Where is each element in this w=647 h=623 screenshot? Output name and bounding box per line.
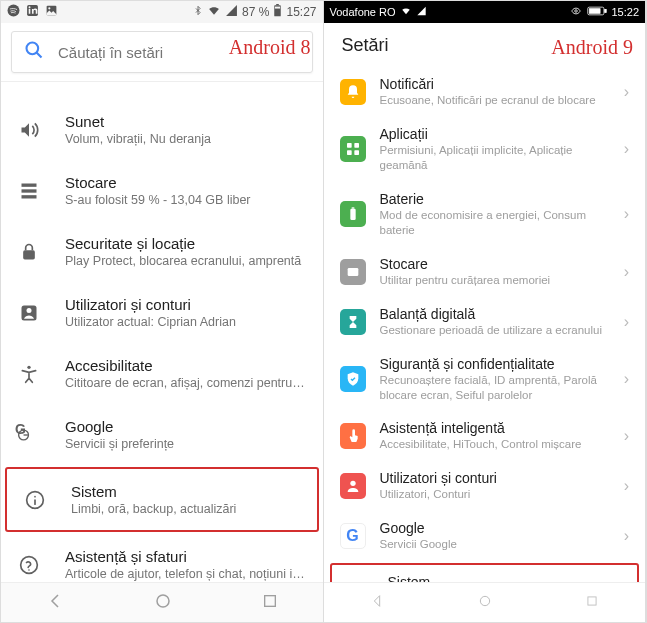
item-sub: Servicii și preferințe xyxy=(65,437,307,451)
item-sub: Cititoare de ecran, afișaj, comenzi pent… xyxy=(65,376,307,390)
nav-home[interactable] xyxy=(154,592,172,614)
status-bar: 87 % 15:27 xyxy=(1,1,323,23)
info-icon xyxy=(23,490,47,510)
settings-item-security[interactable]: Siguranță și confidențialitateRecunoaște… xyxy=(324,347,646,412)
nav-bar xyxy=(324,582,646,622)
settings-item-google[interactable]: G GoogleServicii și preferințe xyxy=(1,404,323,465)
svg-point-34 xyxy=(350,481,355,486)
nav-home[interactable] xyxy=(477,593,493,613)
item-sub: Accesibilitate, HiTouch, Control mișcare xyxy=(380,437,610,452)
apps-icon xyxy=(340,136,366,162)
accessibility-icon xyxy=(17,364,41,384)
svg-point-37 xyxy=(481,596,490,605)
svg-point-33 xyxy=(349,271,350,272)
svg-rect-2 xyxy=(29,9,31,14)
lock-icon xyxy=(17,242,41,262)
phone-android8: Android 8 87 % 15:27 xyxy=(1,1,324,622)
linkedin-icon xyxy=(26,4,39,20)
item-sub: Utilizator actual: Ciprian Adrian xyxy=(65,315,307,329)
svg-point-20 xyxy=(157,595,169,607)
item-sub: Mod de economisire a energiei, Consum ba… xyxy=(380,208,610,238)
settings-item-sound[interactable]: SunetVolum, vibrații, Nu deranja xyxy=(1,99,323,160)
svg-rect-30 xyxy=(350,209,355,220)
highlight-box: SistemLimbi, oră, backup, actualizări xyxy=(5,467,319,532)
svg-rect-27 xyxy=(354,143,359,148)
settings-item-system[interactable]: SistemNavigare sistem, Actualizare softw… xyxy=(332,565,638,582)
nav-back[interactable] xyxy=(46,592,64,614)
item-title: Utilizatori și conturi xyxy=(380,470,610,486)
help-icon xyxy=(17,555,41,575)
chevron-right-icon: › xyxy=(624,263,629,281)
settings-item-security[interactable]: Securitate și locațiePlay Protect, bloca… xyxy=(1,221,323,282)
settings-item-users[interactable]: Utilizatori și conturiUtilizatori, Contu… xyxy=(324,461,646,511)
chevron-right-icon: › xyxy=(624,83,629,101)
svg-point-9 xyxy=(27,43,39,55)
eye-comfort-icon xyxy=(569,6,583,18)
svg-rect-21 xyxy=(264,595,275,606)
svg-point-22 xyxy=(575,10,578,13)
chevron-right-icon: › xyxy=(624,205,629,223)
item-title: Balanță digitală xyxy=(380,306,610,322)
item-sub: Permisiuni, Aplicații implicite, Aplicaț… xyxy=(380,143,610,173)
item-title: Securitate și locație xyxy=(65,235,307,252)
settings-item-help[interactable]: Asistență și sfaturiArticole de ajutor, … xyxy=(1,534,323,582)
google-icon: G xyxy=(340,523,366,549)
item-sub: Play Protect, blocarea ecranului, ampren… xyxy=(65,254,307,268)
item-title: Accesibilitate xyxy=(65,357,307,374)
settings-item-battery[interactable]: BaterieMod de economisire a energiei, Co… xyxy=(324,182,646,247)
item-sub: Utilizatori, Conturi xyxy=(380,487,610,502)
separator xyxy=(1,81,323,99)
item-sub: Volum, vibrații, Nu deranja xyxy=(65,132,307,146)
nav-recent[interactable] xyxy=(262,593,278,613)
settings-item-storage[interactable]: StocareUtilitar pentru curățarea memorie… xyxy=(324,247,646,297)
spotify-icon xyxy=(7,4,20,20)
item-title: Siguranță și confidențialitate xyxy=(380,356,610,372)
chevron-right-icon: › xyxy=(624,313,629,331)
chevron-right-icon: › xyxy=(624,370,629,388)
svg-point-15 xyxy=(27,308,32,313)
battery-icon xyxy=(587,6,607,18)
settings-item-system[interactable]: SistemLimbi, oră, backup, actualizări xyxy=(7,469,317,530)
item-sub: Articole de ajutor, telefon și chat, noț… xyxy=(65,567,307,581)
nav-back[interactable] xyxy=(369,593,385,613)
settings-item-users[interactable]: Utilizatori și conturiUtilizator actual:… xyxy=(1,282,323,343)
clock-time: 15:22 xyxy=(611,6,639,18)
picture-icon xyxy=(45,4,58,20)
settings-item-google[interactable]: G GoogleServicii Google › xyxy=(324,511,646,561)
item-title: Sunet xyxy=(65,113,307,130)
settings-item-accessibility[interactable]: AccesibilitateCititoare de ecran, afișaj… xyxy=(1,343,323,404)
user-icon xyxy=(340,473,366,499)
svg-rect-38 xyxy=(588,596,596,604)
user-icon xyxy=(17,303,41,323)
svg-rect-8 xyxy=(275,7,280,9)
item-title: Sistem xyxy=(388,574,602,582)
settings-item-notifications[interactable]: NotificăriEcusoane, Notificări pe ecranu… xyxy=(324,67,646,117)
status-bar: Vodafone RO 15:22 xyxy=(324,1,646,23)
battery-icon xyxy=(273,4,282,20)
item-sub: Recunoaștere facială, ID amprentă, Parol… xyxy=(380,373,610,403)
sound-icon xyxy=(17,120,41,140)
svg-rect-12 xyxy=(22,195,37,198)
nav-recent[interactable] xyxy=(585,594,599,612)
shield-icon xyxy=(340,366,366,392)
item-title: Notificări xyxy=(380,76,610,92)
bell-icon xyxy=(340,79,366,105)
item-title: Asistență inteligentă xyxy=(380,420,610,436)
highlight-box: SistemNavigare sistem, Actualizare softw… xyxy=(330,563,640,582)
phone-android9: Android 9 Vodafone RO 15:22 Setări Notif… xyxy=(324,1,647,622)
settings-item-apps[interactable]: AplicațiiPermisiuni, Aplicații implicite… xyxy=(324,117,646,182)
chevron-right-icon: › xyxy=(624,477,629,495)
settings-list: SunetVolum, vibrații, Nu deranja Stocare… xyxy=(1,81,323,582)
svg-point-5 xyxy=(48,7,50,9)
svg-rect-32 xyxy=(347,268,358,276)
item-sub: Servicii Google xyxy=(380,537,610,552)
settings-item-digitalbalance[interactable]: Balanță digitalăGestionare perioadă de u… xyxy=(324,297,646,347)
settings-item-smartassist[interactable]: Asistență inteligentăAccesibilitate, HiT… xyxy=(324,411,646,461)
battery-icon xyxy=(340,201,366,227)
storage-icon xyxy=(340,259,366,285)
nav-bar xyxy=(1,582,323,622)
settings-item-storage[interactable]: StocareS-au folosit 59 % - 13,04 GB libe… xyxy=(1,160,323,221)
svg-rect-26 xyxy=(347,143,352,148)
annotation-label: Android 9 xyxy=(551,36,633,59)
hourglass-icon xyxy=(340,309,366,335)
